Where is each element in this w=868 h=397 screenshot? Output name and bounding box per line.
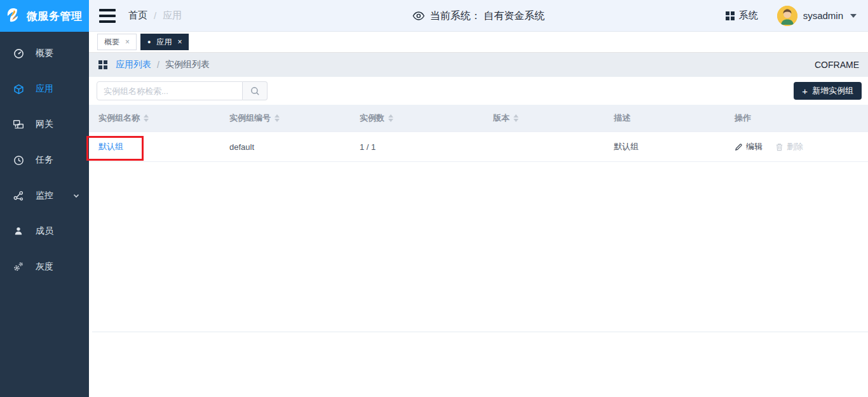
column-header-label: 实例组名称 <box>98 112 140 124</box>
sidebar-item-label: 成员 <box>36 225 53 237</box>
avatar <box>777 6 797 26</box>
tab-applications[interactable]: ● 应用 × <box>140 34 189 50</box>
topbar: 首页 / 应用 当前系统： 自有资金系统 系统 <box>89 0 868 32</box>
breadcrumb-current: 应用 <box>163 10 182 22</box>
gauge-icon <box>13 48 24 59</box>
sort-icon[interactable] <box>144 114 149 122</box>
brand-title: 微服务管理 <box>27 9 83 24</box>
caret-down-icon <box>850 14 857 18</box>
sort-icon[interactable] <box>275 114 280 122</box>
cell-description: 默认组 <box>604 141 724 152</box>
instance-group-name-link[interactable]: 默认组 <box>98 142 123 151</box>
breadcrumb-instance-group-list: 实例组列表 <box>165 59 210 71</box>
page-breadcrumb-bar: 应用列表 / 实例组列表 COFRAME <box>89 53 868 77</box>
sidebar-item-gateway[interactable]: 网关 <box>0 107 89 142</box>
share-nodes-icon <box>13 190 24 201</box>
sidebar-item-members[interactable]: 成员 <box>0 213 89 249</box>
cube-icon <box>13 83 24 95</box>
column-header-name[interactable]: 实例组名称 <box>89 112 219 124</box>
content-bottom-divider <box>92 332 868 332</box>
chevron-down-icon <box>72 192 80 199</box>
cell-group-name: 默认组 <box>89 141 219 152</box>
user-icon <box>13 225 24 237</box>
toolbar: + 新增实例组 <box>89 77 868 105</box>
cell-actions: 编辑 删除 <box>724 141 868 152</box>
sidebar-item-applications[interactable]: 应用 <box>0 71 89 107</box>
sidebar-item-label: 任务 <box>36 154 53 166</box>
search-input[interactable] <box>97 81 243 100</box>
column-header-code[interactable]: 实例组编号 <box>219 112 349 124</box>
system-menu-label: 系统 <box>739 10 758 22</box>
tab-label: 应用 <box>156 37 172 48</box>
search-button[interactable] <box>243 81 268 100</box>
edit-label: 编辑 <box>746 141 763 152</box>
trash-icon <box>775 143 783 151</box>
sidebar-item-gray-release[interactable]: 灰度 <box>0 249 89 285</box>
brand-logo-icon <box>4 6 23 25</box>
search-icon <box>250 86 260 96</box>
column-header-label: 版本 <box>493 112 510 124</box>
app-window: 微服务管理 概要 应用 <box>0 0 868 397</box>
close-icon[interactable]: × <box>125 37 130 46</box>
sidebar-nav: 概要 应用 网关 <box>0 32 89 285</box>
sidebar-item-tasks[interactable]: 任务 <box>0 142 89 178</box>
column-header-label: 实例组编号 <box>229 112 271 124</box>
search-group <box>97 81 268 100</box>
hamburger-menu-icon[interactable] <box>99 9 116 23</box>
column-header-description: 描述 <box>604 112 724 124</box>
current-system-label: 当前系统： 自有资金系统 <box>430 10 545 23</box>
delete-action[interactable]: 删除 <box>775 141 803 152</box>
delete-label: 删除 <box>787 141 803 152</box>
active-dot-icon: ● <box>147 39 151 45</box>
breadcrumb-separator: / <box>157 60 159 70</box>
table-header-row: 实例组名称 实例组编号 实例数 版本 描述 <box>89 105 868 131</box>
cell-group-code: default <box>219 142 349 152</box>
sort-icon[interactable] <box>388 114 393 122</box>
main-area: 首页 / 应用 当前系统： 自有资金系统 系统 <box>89 0 868 397</box>
close-icon[interactable]: × <box>177 37 182 46</box>
sidebar-item-label: 概要 <box>36 48 53 59</box>
topbar-right: 系统 sysadmin <box>726 6 857 26</box>
edit-action[interactable]: 编辑 <box>735 141 763 152</box>
breadcrumb-home[interactable]: 首页 <box>128 10 147 22</box>
sidebar-item-overview[interactable]: 概要 <box>0 36 89 71</box>
cell-instance-count: 1 / 1 <box>349 142 483 152</box>
sidebar-item-label: 监控 <box>36 190 53 201</box>
table-row: 默认组 default 1 / 1 默认组 编辑 <box>89 131 868 162</box>
sidebar-item-monitoring[interactable]: 监控 <box>0 178 89 213</box>
grid-icon <box>726 11 735 20</box>
sidebar: 微服务管理 概要 应用 <box>0 0 89 397</box>
sidebar-item-label: 灰度 <box>36 261 53 273</box>
column-header-instances[interactable]: 实例数 <box>349 112 483 124</box>
column-header-actions: 操作 <box>724 112 868 124</box>
coframe-label: COFRAME <box>815 60 859 70</box>
grid-icon <box>98 60 107 69</box>
open-tabs-bar: 概要 × ● 应用 × <box>89 32 868 53</box>
user-menu[interactable]: sysadmin <box>777 6 857 26</box>
gears-icon <box>13 261 24 273</box>
pencil-icon <box>735 143 743 151</box>
brand-logo[interactable]: 微服务管理 <box>0 0 89 32</box>
tab-label: 概要 <box>104 37 119 48</box>
sort-icon[interactable] <box>513 114 519 122</box>
username-label: sysadmin <box>803 10 843 21</box>
current-system-indicator: 当前系统： 自有资金系统 <box>412 0 545 32</box>
plus-icon: + <box>802 86 808 96</box>
system-menu[interactable]: 系统 <box>726 10 758 22</box>
add-instance-group-label: 新增实例组 <box>812 85 853 97</box>
breadcrumb-app-list-link[interactable]: 应用列表 <box>116 59 151 71</box>
column-header-label: 实例数 <box>360 112 384 124</box>
column-header-label: 操作 <box>735 112 751 124</box>
sidebar-item-label: 应用 <box>36 83 53 95</box>
sidebar-item-label: 网关 <box>36 119 53 130</box>
add-instance-group-button[interactable]: + 新增实例组 <box>794 82 862 100</box>
eye-icon <box>412 11 425 20</box>
column-header-label: 描述 <box>614 112 630 124</box>
gateway-icon <box>13 119 24 130</box>
breadcrumb: 首页 / 应用 <box>128 10 182 22</box>
tab-overview[interactable]: 概要 × <box>97 34 137 50</box>
clock-icon <box>13 154 24 166</box>
instance-group-table: 实例组名称 实例组编号 实例数 版本 描述 <box>89 105 868 162</box>
column-header-version[interactable]: 版本 <box>483 112 604 124</box>
breadcrumb-separator: / <box>154 10 156 21</box>
